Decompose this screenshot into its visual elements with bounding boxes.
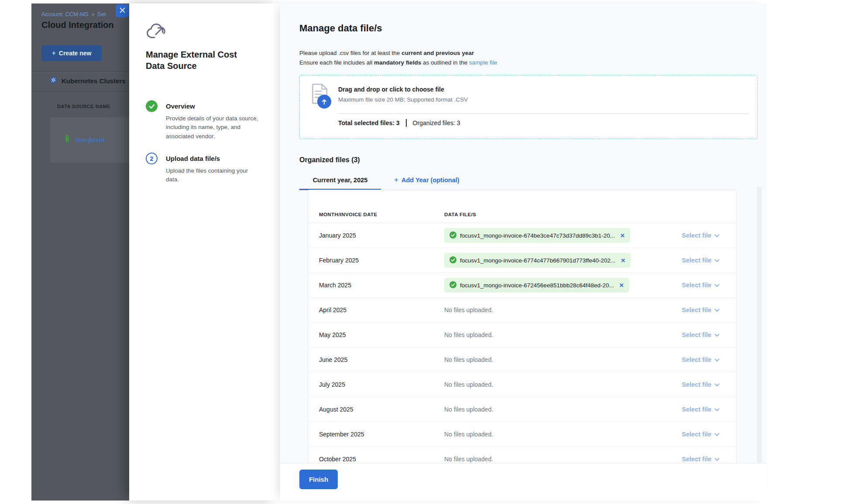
breadcrumb-account-link[interactable]: Account: CCM-NG bbox=[41, 11, 89, 17]
select-file-label: Select file bbox=[682, 306, 711, 313]
organized-files-count: Organized files: 3 bbox=[413, 119, 460, 126]
empty-file-text: No files uploaded. bbox=[444, 381, 493, 388]
tab-current-year[interactable]: Current year, 2025 bbox=[299, 171, 381, 190]
chevron-down-icon bbox=[714, 232, 720, 239]
month-cell: June 2025 bbox=[319, 356, 444, 363]
select-file-dropdown[interactable]: Select file bbox=[682, 406, 720, 413]
data-source-row[interactable]: test-jbisht bbox=[50, 117, 129, 163]
step-1-complete-icon bbox=[146, 100, 158, 112]
chevron-down-icon bbox=[714, 282, 720, 289]
divider bbox=[31, 71, 129, 72]
column-header-month: MONTH/INVOICE DATE bbox=[319, 212, 377, 217]
upload-arrow-icon bbox=[317, 95, 331, 109]
select-file-dropdown[interactable]: Select file bbox=[682, 306, 720, 313]
breadcrumb-section-link[interactable]: Set bbox=[97, 11, 106, 17]
remove-file-icon[interactable]: ✕ bbox=[619, 282, 624, 289]
select-file-dropdown[interactable]: Select file bbox=[682, 232, 720, 239]
file-chip: focusv1_mongo-invoice-6774c477b667901d77… bbox=[444, 253, 631, 268]
select-file-dropdown[interactable]: Select file bbox=[682, 331, 720, 338]
finish-button[interactable]: Finish bbox=[299, 470, 338, 489]
table-body: January 2025 focusv1_mongo-invoice-674be… bbox=[308, 223, 736, 463]
sample-file-link[interactable]: sample file bbox=[469, 59, 497, 66]
select-file-label: Select file bbox=[682, 282, 711, 289]
select-file-dropdown[interactable]: Select file bbox=[682, 257, 720, 264]
table-header-row: MONTH/INVOICE DATE DATA FILE/S bbox=[308, 190, 736, 223]
table-row: March 2025 focusv1_mongo-invoice-672456e… bbox=[308, 273, 736, 298]
month-cell: May 2025 bbox=[319, 331, 444, 338]
step-1-label[interactable]: Overview bbox=[166, 102, 195, 110]
month-cell: March 2025 bbox=[319, 282, 444, 289]
breadcrumb: Account: CCM-NG > Set bbox=[41, 11, 106, 17]
file-success-check-icon bbox=[449, 256, 456, 265]
month-cell: April 2025 bbox=[319, 306, 444, 313]
empty-file-text: No files uploaded. bbox=[444, 306, 493, 313]
table-row: September 2025 No files uploaded. Select… bbox=[308, 422, 736, 447]
background-page-overlay: Account: CCM-NG > Set Cloud Integration … bbox=[31, 3, 129, 501]
mongodb-icon bbox=[64, 134, 71, 146]
panel-footer: Finish bbox=[280, 463, 766, 501]
chevron-down-icon bbox=[714, 431, 720, 438]
kubernetes-icon bbox=[49, 76, 58, 86]
year-tabs: Current year, 2025 + Add Year (optional) bbox=[299, 171, 460, 190]
select-file-dropdown[interactable]: Select file bbox=[682, 381, 720, 388]
manage-data-files-panel: Manage data file/s Please upload .csv fi… bbox=[280, 3, 766, 501]
add-year-button[interactable]: + Add Year (optional) bbox=[394, 171, 460, 190]
file-chip-label: focusv1_mongo-invoice-672456ee851bbb28c6… bbox=[460, 282, 614, 289]
remove-file-icon[interactable]: ✕ bbox=[621, 257, 625, 264]
month-cell: October 2025 bbox=[319, 456, 444, 463]
chevron-down-icon bbox=[714, 406, 720, 413]
select-file-dropdown[interactable]: Select file bbox=[682, 431, 720, 438]
step-2-number: 2 bbox=[146, 153, 158, 164]
dropzone-subtitle: Maximum file size 20 MB; Supported forma… bbox=[338, 96, 468, 103]
wizard-steps-panel: Manage External Cost Data Source Overvie… bbox=[129, 3, 280, 501]
create-new-button[interactable]: + Create new bbox=[41, 45, 102, 61]
select-file-label: Select file bbox=[682, 406, 711, 413]
remove-file-icon[interactable]: ✕ bbox=[620, 232, 625, 239]
file-chip: focusv1_mongo-invoice-674be3ce47c73d37dd… bbox=[444, 228, 630, 243]
file-dropzone[interactable]: Drag and drop or click to choose file Ma… bbox=[299, 75, 758, 139]
panel-scroll-area: Manage data file/s Please upload .csv fi… bbox=[280, 3, 766, 463]
table-row: June 2025 No files uploaded. Select file bbox=[308, 347, 736, 372]
plus-icon: + bbox=[394, 176, 398, 184]
organized-files-heading: Organized files (3) bbox=[299, 156, 360, 164]
divider bbox=[31, 91, 129, 92]
step-2-description: Upload the files containing your data. bbox=[166, 167, 258, 184]
chevron-down-icon bbox=[714, 257, 720, 264]
step-2-label[interactable]: Upload data file/s bbox=[166, 155, 220, 162]
step-1-description: Provide details of your data source, inc… bbox=[166, 114, 258, 141]
month-cell: January 2025 bbox=[319, 232, 444, 239]
panel-title: Manage data file/s bbox=[299, 23, 382, 34]
close-button[interactable] bbox=[116, 4, 129, 17]
table-row: February 2025 focusv1_mongo-invoice-6774… bbox=[308, 248, 736, 273]
page-title: Cloud Integration bbox=[41, 20, 114, 30]
plus-icon: + bbox=[51, 49, 55, 57]
close-icon bbox=[120, 7, 125, 15]
divider bbox=[338, 113, 748, 114]
select-file-dropdown[interactable]: Select file bbox=[682, 282, 720, 289]
file-counts: Total selected files: 3 Organized files:… bbox=[338, 119, 460, 127]
wizard-title: Manage External Cost Data Source bbox=[146, 49, 254, 72]
select-file-dropdown[interactable]: Select file bbox=[682, 356, 720, 363]
select-file-label: Select file bbox=[682, 257, 711, 264]
table-row: January 2025 focusv1_mongo-invoice-674be… bbox=[308, 223, 736, 248]
month-cell: September 2025 bbox=[319, 431, 444, 438]
select-file-label: Select file bbox=[682, 232, 711, 239]
tab-kubernetes-clusters[interactable]: Kubernetes Clusters bbox=[49, 76, 126, 86]
cloud-export-icon bbox=[146, 23, 168, 43]
select-file-label: Select file bbox=[682, 431, 711, 438]
select-file-dropdown[interactable]: Select file bbox=[682, 456, 720, 463]
dropzone-title: Drag and drop or click to choose file bbox=[338, 86, 444, 93]
scrollbar[interactable] bbox=[757, 187, 762, 463]
table-row: October 2025 No files uploaded. Select f… bbox=[308, 447, 736, 463]
select-file-label: Select file bbox=[682, 356, 711, 363]
upload-instructions: Please upload .csv files for at least th… bbox=[299, 48, 497, 68]
chevron-down-icon bbox=[714, 381, 720, 388]
chevron-down-icon bbox=[714, 331, 720, 338]
select-file-label: Select file bbox=[682, 456, 711, 463]
empty-file-text: No files uploaded. bbox=[444, 406, 493, 413]
table-row: August 2025 No files uploaded. Select fi… bbox=[308, 397, 736, 422]
monthly-files-table: MONTH/INVOICE DATE DATA FILE/S January 2… bbox=[308, 190, 737, 463]
total-selected-files: Total selected files: 3 bbox=[338, 119, 400, 126]
data-source-name-link[interactable]: test-jbisht bbox=[75, 136, 105, 143]
file-success-check-icon bbox=[449, 232, 456, 240]
